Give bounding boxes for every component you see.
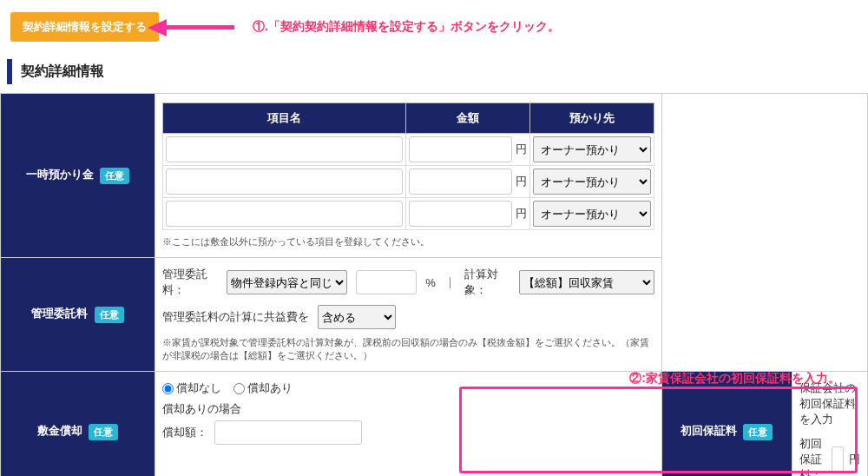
firstfee-field-label: 初回保証料： <box>799 436 826 476</box>
amort-radio-none[interactable]: 償却なし <box>162 380 221 396</box>
deposit-amount-input[interactable] <box>409 136 512 162</box>
set-contract-detail-button[interactable]: 契約詳細情報を設定する <box>10 12 159 42</box>
optional-badge: 任意 <box>89 424 118 440</box>
optional-badge: 任意 <box>100 168 129 184</box>
amort-radio-yes-input[interactable] <box>233 383 245 394</box>
amort-amount-input[interactable] <box>214 420 362 445</box>
yen-unit: 円 <box>849 452 860 467</box>
table-row: 円オーナー預かり <box>163 166 654 198</box>
col-header-dest: 預かり先 <box>529 103 654 134</box>
mgmt-note: ※家賃が課税対象で管理委託料の計算対象が、課税前の回収額の場合のみ【税抜金額】を… <box>162 336 654 362</box>
deposit-label-text: 一時預かり金 <box>26 168 94 181</box>
mgmt-label-text: 管理委託料 <box>31 307 88 320</box>
amort-yes-label: 償却あり <box>247 380 293 396</box>
firstfee-input[interactable] <box>832 446 844 473</box>
table-row: 円オーナー預かり <box>163 134 654 166</box>
detail-grid: 一時預かり金 任意 項目名 金額 預かり先 円オーナー預かり円オーナー預かり円オ… <box>0 93 868 476</box>
col-header-item: 項目名 <box>163 103 406 134</box>
amort-amount-label: 償却額： <box>162 425 207 440</box>
deposit-item-input[interactable] <box>166 201 403 227</box>
deposit-amount-input[interactable] <box>409 201 512 227</box>
col-header-amount: 金額 <box>405 103 529 134</box>
row-label-deposit: 一時預かり金 任意 <box>1 94 155 258</box>
amort-radio-yes[interactable]: 償却あり <box>233 380 293 396</box>
row-label-firstfee: 初回保証料 任意 <box>661 372 792 477</box>
arrow-icon <box>148 21 234 38</box>
row-label-mgmt: 管理委託料 任意 <box>1 258 155 372</box>
pct-unit: % <box>425 276 436 289</box>
deposit-dest-select[interactable]: オーナー預かり <box>533 201 651 227</box>
yen-unit: 円 <box>516 206 527 221</box>
deposit-dest-select[interactable]: オーナー預かり <box>533 136 651 162</box>
mgmt-fee-select[interactable]: 物件登録内容と同じ <box>227 270 347 294</box>
mgmt-fee-label: 管理委託料： <box>162 267 218 298</box>
deposit-note: ※ここには敷金以外に預かっている項目を登録してください。 <box>162 235 654 248</box>
mgmt-pct-input[interactable] <box>356 270 417 294</box>
deposit-item-input[interactable] <box>166 169 403 195</box>
mgmt-target-select[interactable]: 【総額】回収家賃 <box>519 270 654 294</box>
amort-radio-none-input[interactable] <box>162 383 174 394</box>
instruction-text-1: ①.「契約契約詳細情報を設定する」ボタンをクリック。 <box>253 19 560 35</box>
mgmt-target-label: 計算対象： <box>464 267 510 298</box>
instruction-text-2: ②:家賃保証会社の初回保証料を入力。 <box>629 371 840 387</box>
deposit-table: 項目名 金額 預かり先 円オーナー預かり円オーナー預かり円オーナー預かり <box>162 102 654 230</box>
page-title: 契約詳細情報 <box>7 59 858 84</box>
amort-none-label: 償却なし <box>176 380 221 396</box>
yen-unit: 円 <box>516 174 527 189</box>
mgmt-include-label: 管理委託料の計算に共益費を <box>162 309 309 325</box>
amort-label-text: 敷金償却 <box>37 424 82 437</box>
separator: ｜ <box>444 274 456 290</box>
deposit-amount-input[interactable] <box>409 169 512 195</box>
deposit-dest-select[interactable]: オーナー預かり <box>533 169 651 195</box>
table-row: 円オーナー預かり <box>163 198 654 230</box>
amort-sub: 償却ありの場合 <box>162 401 654 417</box>
firstfee-label-text: 初回保証料 <box>681 424 737 437</box>
mgmt-include-select[interactable]: 含める <box>318 305 396 329</box>
deposit-item-input[interactable] <box>166 136 403 162</box>
firstfee-heading: 保証会社の初回保証料を入力 <box>799 380 860 427</box>
optional-badge: 任意 <box>743 424 773 440</box>
row-label-amort: 敷金償却 任意 <box>1 372 155 477</box>
optional-badge: 任意 <box>95 307 124 323</box>
yen-unit: 円 <box>516 142 527 157</box>
